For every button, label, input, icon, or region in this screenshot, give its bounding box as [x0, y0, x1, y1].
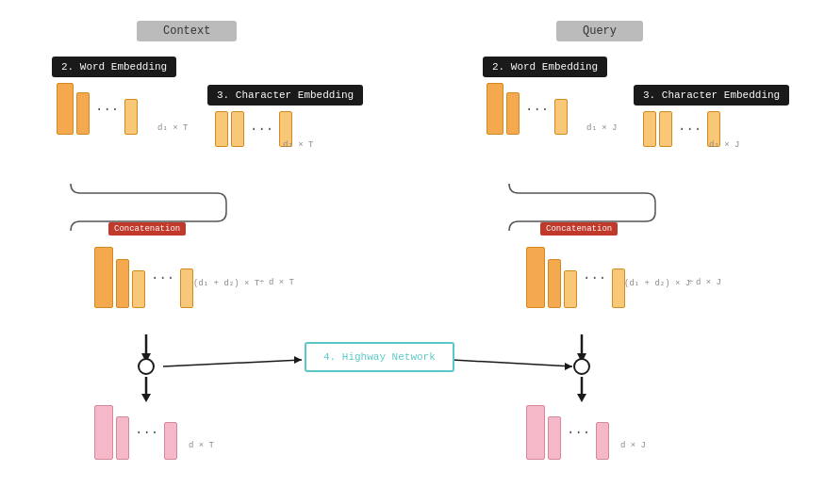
context-word-dim: d₁ × T: [157, 122, 188, 133]
context-out-bar-n: [164, 422, 177, 460]
query-concat-dim1: (d₁ + d₂) × J: [624, 278, 690, 288]
context-concat-badge: Concatenation: [108, 222, 186, 236]
query-out-dots: ···: [567, 425, 590, 440]
query-char-bar-2: [659, 111, 672, 147]
context-word-bars: ···: [57, 83, 138, 135]
highway-network-box: 4. Highway Network: [305, 342, 454, 372]
query-word-bar-2: [506, 92, 520, 135]
svg-marker-3: [141, 394, 151, 402]
query-header: Query: [556, 21, 643, 41]
query-word-embedding-label: 2. Word Embedding: [483, 57, 607, 77]
query-word-bars: ···: [487, 83, 568, 135]
query-concat-dim2: d × J: [696, 278, 721, 287]
query-out-bar-1: [526, 405, 545, 460]
context-out-bar-1: [94, 405, 113, 460]
context-word-bar-2: [76, 92, 90, 135]
context-concat-bar-n: [180, 268, 193, 308]
query-concat-bar-n: [612, 268, 625, 308]
context-word-bar-n: [124, 99, 138, 135]
context-out-dots: ···: [135, 425, 158, 440]
query-char-dots: ···: [678, 122, 701, 137]
context-concat-bars: ···: [94, 247, 193, 308]
query-concat-bar-1: [526, 247, 545, 308]
context-concat-dim1: (d₁ + d₂) × T: [193, 278, 259, 288]
svg-marker-7: [577, 394, 586, 402]
context-char-bars: ···: [215, 111, 292, 147]
context-concat-dots: ···: [151, 270, 174, 285]
svg-line-8: [163, 360, 302, 366]
context-word-bar-1: [57, 83, 74, 135]
context-circle-node: [138, 358, 155, 375]
diagram-container: Context Query 2. Word Embedding ··· d₁ ×…: [0, 0, 825, 504]
context-char-embedding-label: 3. Character Embedding: [207, 85, 363, 106]
query-concat-badge: Concatenation: [540, 222, 618, 236]
query-concat-bars: ···: [526, 247, 625, 308]
query-char-embedding-label: 3. Character Embedding: [634, 85, 789, 106]
query-concat-eq: ÷: [688, 278, 693, 287]
query-word-dim: d₁ × J: [586, 122, 617, 133]
context-header: Context: [137, 21, 237, 41]
query-concat-dots: ···: [583, 270, 606, 285]
context-word-dots: ···: [95, 102, 119, 117]
query-output-bars: ···: [526, 405, 609, 460]
svg-marker-11: [565, 363, 572, 370]
query-concat-bar-3: [564, 270, 577, 308]
query-circle-node: [573, 358, 590, 375]
svg-line-10: [453, 360, 572, 366]
context-char-bar-2: [231, 111, 244, 147]
context-final-dim: d × T: [189, 441, 214, 450]
svg-marker-9: [294, 356, 302, 364]
context-word-embedding-label: 2. Word Embedding: [52, 57, 176, 77]
query-word-bar-n: [554, 99, 568, 135]
context-output-bars: ···: [94, 405, 177, 460]
query-concat-bar-2: [548, 259, 561, 308]
context-char-dots: ···: [250, 122, 273, 137]
context-concat-bar-1: [94, 247, 113, 308]
context-concat-eq: ÷: [259, 278, 264, 287]
query-word-bar-1: [487, 83, 503, 135]
query-word-dots: ···: [525, 102, 549, 117]
query-final-dim: d × J: [620, 441, 646, 450]
query-out-bar-n: [596, 422, 609, 460]
query-char-dim: d₂ × J: [709, 139, 739, 150]
context-concat-dim2: d × T: [269, 278, 294, 287]
context-concat-bar-2: [116, 259, 129, 308]
context-concat-bar-3: [132, 270, 145, 308]
query-out-bar-2: [548, 416, 561, 460]
context-char-dim: d₂ × T: [283, 139, 313, 150]
context-out-bar-2: [116, 416, 129, 460]
query-char-bar-1: [643, 111, 656, 147]
context-char-bar-1: [215, 111, 228, 147]
